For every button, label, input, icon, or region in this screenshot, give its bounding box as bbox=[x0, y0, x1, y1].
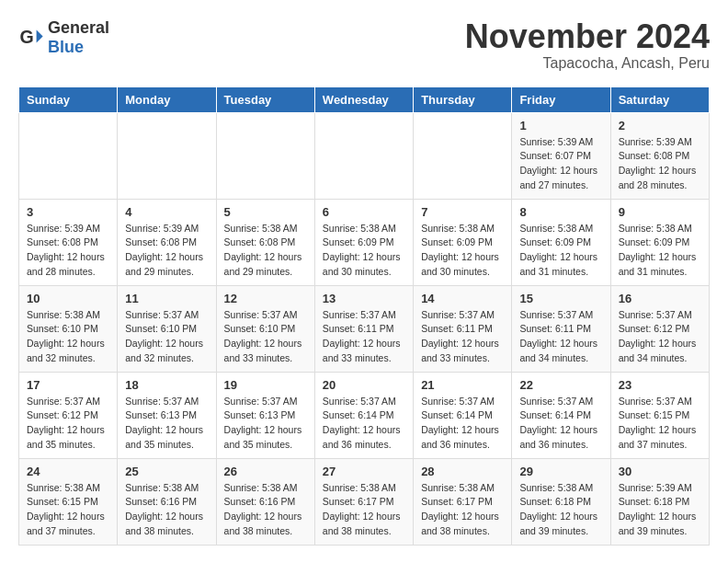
day-info: Sunrise: 5:38 AM Sunset: 6:18 PM Dayligh… bbox=[519, 481, 602, 539]
day-info: Sunrise: 5:37 AM Sunset: 6:10 PM Dayligh… bbox=[224, 308, 307, 366]
calendar-day-cell: 29Sunrise: 5:38 AM Sunset: 6:18 PM Dayli… bbox=[512, 458, 610, 545]
day-info: Sunrise: 5:38 AM Sunset: 6:09 PM Dayligh… bbox=[519, 222, 602, 280]
day-number: 30 bbox=[619, 465, 701, 478]
day-info: Sunrise: 5:37 AM Sunset: 6:10 PM Dayligh… bbox=[125, 308, 208, 366]
calendar-day-cell bbox=[414, 112, 512, 199]
day-number: 2 bbox=[619, 119, 701, 132]
day-of-week-header: Thursday bbox=[414, 86, 512, 112]
day-number: 13 bbox=[323, 292, 405, 305]
day-number: 14 bbox=[421, 292, 504, 305]
day-info: Sunrise: 5:38 AM Sunset: 6:08 PM Dayligh… bbox=[224, 222, 307, 280]
calendar-week-row: 17Sunrise: 5:37 AM Sunset: 6:12 PM Dayli… bbox=[19, 372, 710, 458]
day-number: 21 bbox=[421, 378, 504, 392]
page-header: G General Blue November 2024 Tapacocha, … bbox=[18, 18, 710, 72]
day-info: Sunrise: 5:37 AM Sunset: 6:12 PM Dayligh… bbox=[27, 395, 109, 453]
day-number: 18 bbox=[125, 378, 208, 392]
title-area: November 2024 Tapacocha, Ancash, Peru bbox=[465, 18, 710, 72]
location-title: Tapacocha, Ancash, Peru bbox=[465, 55, 710, 72]
calendar-week-row: 24Sunrise: 5:38 AM Sunset: 6:15 PM Dayli… bbox=[19, 458, 710, 545]
calendar-day-cell: 25Sunrise: 5:38 AM Sunset: 6:16 PM Dayli… bbox=[118, 458, 216, 545]
day-info: Sunrise: 5:38 AM Sunset: 6:15 PM Dayligh… bbox=[27, 481, 109, 539]
calendar-week-row: 3Sunrise: 5:39 AM Sunset: 6:08 PM Daylig… bbox=[19, 199, 710, 285]
day-number: 3 bbox=[27, 205, 109, 219]
calendar-day-cell: 10Sunrise: 5:38 AM Sunset: 6:10 PM Dayli… bbox=[19, 285, 118, 372]
day-number: 10 bbox=[27, 292, 109, 305]
calendar-day-cell bbox=[118, 112, 216, 199]
day-info: Sunrise: 5:38 AM Sunset: 6:09 PM Dayligh… bbox=[619, 222, 701, 280]
day-number: 23 bbox=[619, 378, 701, 392]
day-info: Sunrise: 5:37 AM Sunset: 6:11 PM Dayligh… bbox=[519, 308, 602, 366]
day-of-week-header: Saturday bbox=[610, 86, 709, 112]
calendar-day-cell: 3Sunrise: 5:39 AM Sunset: 6:08 PM Daylig… bbox=[19, 199, 118, 285]
day-number: 22 bbox=[519, 378, 602, 392]
day-of-week-header: Wednesday bbox=[314, 86, 413, 112]
day-info: Sunrise: 5:37 AM Sunset: 6:13 PM Dayligh… bbox=[224, 395, 307, 453]
day-number: 24 bbox=[27, 465, 109, 478]
calendar-day-cell: 19Sunrise: 5:37 AM Sunset: 6:13 PM Dayli… bbox=[216, 372, 314, 458]
logo-icon: G bbox=[18, 25, 44, 51]
calendar-day-cell: 8Sunrise: 5:38 AM Sunset: 6:09 PM Daylig… bbox=[512, 199, 610, 285]
month-title: November 2024 bbox=[465, 18, 710, 55]
calendar-day-cell: 12Sunrise: 5:37 AM Sunset: 6:10 PM Dayli… bbox=[216, 285, 314, 372]
calendar-day-cell bbox=[216, 112, 314, 199]
day-info: Sunrise: 5:38 AM Sunset: 6:09 PM Dayligh… bbox=[421, 222, 504, 280]
calendar-day-cell: 15Sunrise: 5:37 AM Sunset: 6:11 PM Dayli… bbox=[512, 285, 610, 372]
day-info: Sunrise: 5:37 AM Sunset: 6:13 PM Dayligh… bbox=[125, 395, 208, 453]
calendar-day-cell: 1Sunrise: 5:39 AM Sunset: 6:07 PM Daylig… bbox=[512, 112, 610, 199]
calendar-body: 1Sunrise: 5:39 AM Sunset: 6:07 PM Daylig… bbox=[19, 112, 710, 545]
day-number: 6 bbox=[323, 205, 405, 219]
day-info: Sunrise: 5:37 AM Sunset: 6:14 PM Dayligh… bbox=[519, 395, 602, 453]
calendar-day-cell: 30Sunrise: 5:39 AM Sunset: 6:18 PM Dayli… bbox=[610, 458, 709, 545]
calendar-day-cell: 16Sunrise: 5:37 AM Sunset: 6:12 PM Dayli… bbox=[610, 285, 709, 372]
day-info: Sunrise: 5:37 AM Sunset: 6:11 PM Dayligh… bbox=[323, 308, 405, 366]
day-info: Sunrise: 5:37 AM Sunset: 6:14 PM Dayligh… bbox=[323, 395, 405, 453]
day-info: Sunrise: 5:37 AM Sunset: 6:12 PM Dayligh… bbox=[619, 308, 701, 366]
day-number: 27 bbox=[323, 465, 405, 478]
calendar-day-cell: 22Sunrise: 5:37 AM Sunset: 6:14 PM Dayli… bbox=[512, 372, 610, 458]
day-number: 26 bbox=[224, 465, 307, 478]
calendar-table: SundayMondayTuesdayWednesdayThursdayFrid… bbox=[18, 86, 710, 546]
day-info: Sunrise: 5:39 AM Sunset: 6:07 PM Dayligh… bbox=[519, 135, 602, 193]
calendar-day-cell: 21Sunrise: 5:37 AM Sunset: 6:14 PM Dayli… bbox=[414, 372, 512, 458]
day-of-week-header: Friday bbox=[512, 86, 610, 112]
logo-blue: Blue bbox=[48, 38, 84, 56]
calendar-day-cell: 6Sunrise: 5:38 AM Sunset: 6:09 PM Daylig… bbox=[314, 199, 413, 285]
calendar-day-cell bbox=[314, 112, 413, 199]
day-number: 29 bbox=[519, 465, 602, 478]
calendar-day-cell: 5Sunrise: 5:38 AM Sunset: 6:08 PM Daylig… bbox=[216, 199, 314, 285]
logo: G General Blue bbox=[18, 18, 109, 57]
day-number: 4 bbox=[125, 205, 208, 219]
calendar-day-cell: 11Sunrise: 5:37 AM Sunset: 6:10 PM Dayli… bbox=[118, 285, 216, 372]
day-info: Sunrise: 5:38 AM Sunset: 6:16 PM Dayligh… bbox=[125, 481, 208, 539]
day-number: 17 bbox=[27, 378, 109, 392]
calendar-day-cell: 13Sunrise: 5:37 AM Sunset: 6:11 PM Dayli… bbox=[314, 285, 413, 372]
calendar-day-cell: 17Sunrise: 5:37 AM Sunset: 6:12 PM Dayli… bbox=[19, 372, 118, 458]
day-number: 20 bbox=[323, 378, 405, 392]
day-number: 8 bbox=[519, 205, 602, 219]
day-number: 16 bbox=[619, 292, 701, 305]
calendar-day-cell: 24Sunrise: 5:38 AM Sunset: 6:15 PM Dayli… bbox=[19, 458, 118, 545]
day-info: Sunrise: 5:38 AM Sunset: 6:10 PM Dayligh… bbox=[27, 308, 109, 366]
day-number: 11 bbox=[125, 292, 208, 305]
day-info: Sunrise: 5:39 AM Sunset: 6:18 PM Dayligh… bbox=[619, 481, 701, 539]
day-info: Sunrise: 5:37 AM Sunset: 6:11 PM Dayligh… bbox=[421, 308, 504, 366]
calendar-day-cell: 18Sunrise: 5:37 AM Sunset: 6:13 PM Dayli… bbox=[118, 372, 216, 458]
day-of-week-header: Tuesday bbox=[216, 86, 314, 112]
day-number: 28 bbox=[421, 465, 504, 478]
day-info: Sunrise: 5:37 AM Sunset: 6:15 PM Dayligh… bbox=[619, 395, 701, 453]
svg-text:G: G bbox=[19, 27, 33, 47]
day-number: 25 bbox=[125, 465, 208, 478]
calendar-day-cell: 23Sunrise: 5:37 AM Sunset: 6:15 PM Dayli… bbox=[610, 372, 709, 458]
day-info: Sunrise: 5:39 AM Sunset: 6:08 PM Dayligh… bbox=[27, 222, 109, 280]
day-number: 15 bbox=[519, 292, 602, 305]
logo-text: General Blue bbox=[48, 18, 109, 57]
day-info: Sunrise: 5:39 AM Sunset: 6:08 PM Dayligh… bbox=[619, 135, 701, 193]
calendar-day-cell: 7Sunrise: 5:38 AM Sunset: 6:09 PM Daylig… bbox=[414, 199, 512, 285]
day-of-week-header: Monday bbox=[118, 86, 216, 112]
day-info: Sunrise: 5:39 AM Sunset: 6:08 PM Dayligh… bbox=[125, 222, 208, 280]
calendar-week-row: 10Sunrise: 5:38 AM Sunset: 6:10 PM Dayli… bbox=[19, 285, 710, 372]
day-info: Sunrise: 5:38 AM Sunset: 6:17 PM Dayligh… bbox=[323, 481, 405, 539]
calendar-day-cell bbox=[19, 112, 118, 199]
calendar-day-cell: 26Sunrise: 5:38 AM Sunset: 6:16 PM Dayli… bbox=[216, 458, 314, 545]
day-number: 1 bbox=[519, 119, 602, 132]
